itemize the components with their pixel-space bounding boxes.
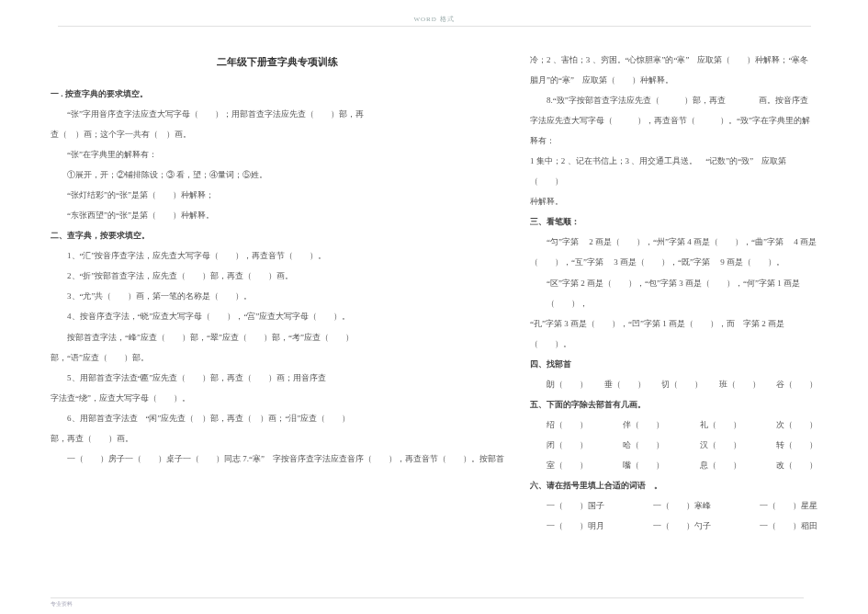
s4-e: 谷（ ） <box>776 374 817 394</box>
s5-1d: 次（ ） <box>776 415 817 435</box>
s2-item-1: 1、“汇”按音序查字法，应先查大写字母（ ），再查音节（ ）。 <box>51 245 504 266</box>
s5-2d: 转（ ） <box>776 435 817 455</box>
s2-item-3: 3、“尤”共（ ）画，第一笔的名称是（ ）。 <box>51 286 504 306</box>
s2-item-4a: 4、按音序查字法，“晓”应查大写字母（ ），“宫”应查大写字母（ ）。 <box>51 306 504 326</box>
s6-row-1: 一（ ）国子 一（ ）寒峰 一（ ）星星 <box>530 495 817 516</box>
s5-3a: 室（ ） <box>547 455 588 475</box>
s6-2b: 一（ ）勺子 <box>653 516 711 536</box>
s2-bottom-b: 一（ ）桌子 <box>125 449 183 469</box>
s5-2c: 汉（ ） <box>700 435 741 455</box>
footer-text: 专业资料 <box>51 597 804 608</box>
s2-item-4b: 按部首查字法，“峰”应查（ ）部，“翠”应查（ ）部，“考”应查（ ） <box>51 327 504 347</box>
s1-line-2: “张”在字典里的解释有： <box>51 144 504 165</box>
s2-item-4c: 部，“语”应查（ ）部。 <box>51 347 504 368</box>
s2-bottom-d: 同志 7.“寒” 字按音序查字法应查音序（ ），再查音节（ ）。按部首 <box>224 449 504 469</box>
section-2-heading: 二、查字典，按要求填空。 <box>51 225 504 245</box>
s4-b: 垂（ ） <box>604 374 646 394</box>
s2-bottom-row: 一（ ）房子 一（ ）桌子 一（ ） 同志 7.“寒” 字按音序查字法应查音序（… <box>51 449 504 469</box>
s6-1b: 一（ ）寒峰 <box>653 495 711 516</box>
section-3-heading: 三、看笔顺： <box>530 211 817 232</box>
s2-item-6b: 部，再查（ ）画。 <box>51 428 504 449</box>
r-line-4: 字法应先查大写字母（ ），再查音节（ ）。“致”字在字典里的解 释有： <box>530 110 817 151</box>
right-column: 冷；2 、害怕；3 、穷困。“心惊胆寒”的“寒” 应取第（ ）种解释；“寒冬 腊… <box>530 50 817 592</box>
r-line-2: 腊月”的“寒” 应取第（ ）种解释。 <box>530 70 817 90</box>
s5-1a: 绍（ ） <box>547 415 588 435</box>
worksheet-page: WORD 格式 二年级下册查字典专项训练 一 . 按查字典的要求填空。 “张”字… <box>0 0 868 614</box>
s2-item-5b: 字法查“绕”，应查大写字母（ ）。 <box>51 388 504 408</box>
two-column-body: 二年级下册查字典专项训练 一 . 按查字典的要求填空。 “张”字用音序查字法应查… <box>51 50 817 592</box>
s6-1c: 一（ ）星星 <box>760 495 817 516</box>
header-watermark: WORD 格式 <box>58 15 811 27</box>
r-line-10: “孔”字第 3 画是（ ），“凹”字第 1 画是（ ），而 字第 2 画是（ ）… <box>530 313 817 354</box>
s4-c: 切（ ） <box>661 374 703 394</box>
s5-1b: 伴（ ） <box>623 415 664 435</box>
section-5-heading: 五、下面的字除去部首有几画。 <box>530 394 817 415</box>
s5-row-1: 绍（ ） 伴（ ） 礼（ ） 次（ ） <box>530 415 817 435</box>
s6-1a: 一（ ）国子 <box>547 495 604 516</box>
s2-bottom-c: 一（ ） <box>183 449 224 469</box>
r-line-5: 1 集中；2 、记在书信上；3 、用交通工具送。 “记数”的“致” 应取第（ ） <box>530 151 817 191</box>
s2-bottom-a: 一（ ）房子 <box>51 449 125 469</box>
s5-2a: 闭（ ） <box>547 435 588 455</box>
s6-2a: 一（ ）明月 <box>547 516 604 536</box>
s5-3b: 嘴（ ） <box>623 455 664 475</box>
s5-2b: 哈（ ） <box>623 435 664 455</box>
s5-row-2: 闭（ ） 哈（ ） 汉（ ） 转（ ） <box>530 435 817 455</box>
section-6-heading: 六、请在括号里填上合适的词语 。 <box>530 475 817 495</box>
left-column: 二年级下册查字典专项训练 一 . 按查字典的要求填空。 “张”字用音序查字法应查… <box>51 50 504 592</box>
section-4-heading: 四、找部首 <box>530 354 817 374</box>
r-line-3: 8.“致”字按部首查字法应先查（ ）部，再查 画。按音序查 <box>530 90 817 110</box>
s4-row: 朗（ ） 垂（ ） 切（ ） 班（ ） 谷（ ） <box>530 374 817 394</box>
document-title: 二年级下册查字典专项训练 <box>51 50 504 74</box>
s1-line-3: ①展开，开；②铺排陈设；③ 看，望；④量词；⑤姓。 <box>51 165 504 185</box>
r-line-8: （ ），“互”字第 3 画是（ ），“既”字第 9 画是（ ）。 <box>530 252 817 272</box>
s4-d: 班（ ） <box>719 374 761 394</box>
s4-a: 朗（ ） <box>547 374 588 394</box>
s2-item-5a: 5、用部首查字法查“匾”应先查（ ）部，再查（ ）画；用音序查 <box>51 368 504 388</box>
r-line-1: 冷；2 、害怕；3 、穷困。“心惊胆寒”的“寒” 应取第（ ）种解释；“寒冬 <box>530 50 817 70</box>
s1-line-1: “张”字用音序查字法应查大写字母（ ）；用部首查字法应先查（ ）部，再 <box>51 104 504 124</box>
r-line-9: “区”字第 2 画是（ ），“包”字第 3 画是（ ），“何”字第 1 画是（ … <box>530 273 817 313</box>
s2-item-2: 2、“折”按部首查字法，应先查（ ）部，再查（ ）画。 <box>51 266 504 286</box>
s1-line-1b: 查（ ）画；这个字一共有（ ）画。 <box>51 124 504 144</box>
r-line-7: “匀”字第 2 画是（ ），“州”字第 4 画是（ ），“曲”字第 4 画是 <box>530 232 817 252</box>
s5-3c: 息（ ） <box>700 455 741 475</box>
s1-line-4: “张灯结彩”的“张”是第（ ）种解释； <box>51 185 504 205</box>
s5-row-3: 室（ ） 嘴（ ） 息（ ） 改（ ） <box>530 455 817 475</box>
r-line-6: 种解释。 <box>530 191 817 211</box>
s5-3d: 改（ ） <box>776 455 817 475</box>
s6-2c: 一（ ）稻田 <box>760 516 817 536</box>
s6-row-2: 一（ ）明月 一（ ）勺子 一（ ）稻田 <box>530 516 817 536</box>
s1-line-5: “东张西望”的“张”是第（ ）种解释。 <box>51 205 504 225</box>
s5-1c: 礼（ ） <box>700 415 741 435</box>
s2-item-6a: 6、用部首查字法查 “闲”应先查（ ）部，再查（ ）画；“泪”应查（ ） <box>51 408 504 428</box>
section-1-heading: 一 . 按查字典的要求填空。 <box>51 84 504 104</box>
